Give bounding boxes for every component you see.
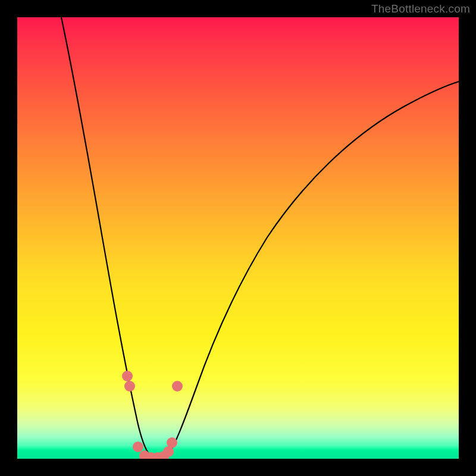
- curve-left-branch: [61, 17, 153, 458]
- marker-dot: [124, 381, 135, 392]
- marker-dot: [122, 371, 133, 381]
- marker-dot: [133, 441, 143, 452]
- curve-right-branch: [167, 82, 459, 456]
- watermark-text: TheBottleneck.com: [371, 2, 470, 15]
- marker-dot: [167, 437, 177, 448]
- chart-svg: [17, 17, 459, 459]
- chart-plot-area: [17, 17, 459, 459]
- marker-dot: [172, 381, 183, 392]
